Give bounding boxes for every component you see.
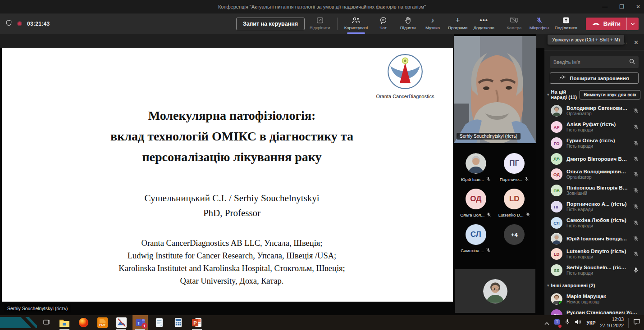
taskbar-app-pdf-reader[interactable]: PDF: [95, 315, 110, 330]
mic-muted-icon[interactable]: [632, 140, 639, 146]
presentation-slide: Oranta CancerDiagnostics Молекулярна пат…: [2, 48, 453, 302]
video-tile[interactable]: ПГПортниче...: [495, 153, 534, 182]
attendee-row[interactable]: LDLutsenko Dmytro (гість)Гість наради: [544, 246, 644, 262]
unpin-button[interactable]: Відкріпити: [309, 15, 331, 32]
video-tile[interactable]: ОДОльга Вол...: [457, 189, 495, 218]
mic-muted-icon[interactable]: [632, 187, 639, 194]
attendee-row[interactable]: АРАлієв Руфат (гість)Гість наради: [544, 119, 644, 135]
mic-muted-icon[interactable]: [632, 203, 639, 210]
tab-chat[interactable]: Чат: [373, 15, 393, 32]
tray-teams-icon[interactable]: T: [554, 319, 560, 327]
tray-expand-icon[interactable]: [544, 319, 549, 327]
tile-avatar: ОД: [466, 189, 486, 209]
tab-more[interactable]: ••• Додатково: [472, 15, 495, 32]
collapse-caret-icon[interactable]: ▾: [547, 283, 549, 288]
taskbar-app-powerpoint[interactable]: P: [189, 315, 205, 330]
start-area-graphic[interactable]: [0, 315, 37, 330]
participant-name: Портниченко А... (гість): [566, 201, 628, 207]
invited-row[interactable]: Марія МарущакНемає відповіді: [544, 291, 644, 307]
leave-options-button[interactable]: [627, 18, 639, 30]
video-tile[interactable]: LDLutsenko D...: [495, 189, 534, 218]
plus-icon: +: [455, 16, 460, 24]
taskbar-app-photo-viewer[interactable]: [114, 315, 129, 330]
mute-all-button[interactable]: Вимкнути звук для всіх: [580, 90, 640, 99]
request-control-button[interactable]: Запит на керування: [236, 18, 305, 30]
window-title: Конференція "Актуальні питання патології…: [218, 4, 426, 9]
mic-muted-icon[interactable]: [632, 108, 639, 114]
mic-muted-icon[interactable]: [632, 235, 639, 242]
minimize-button[interactable]: —: [602, 4, 607, 10]
attendee-row[interactable]: ДВДмитро Вікторович Вакуленко: [544, 151, 644, 166]
mic-muted-icon[interactable]: [632, 124, 639, 130]
recording-indicator-icon: [17, 21, 22, 26]
participant-search: [544, 50, 644, 68]
people-icon: [352, 16, 361, 24]
panel-close-icon[interactable]: ✕: [634, 39, 639, 46]
oranta-logo: Oranta CancerDiagnostics: [375, 52, 435, 99]
video-tile[interactable]: +4: [495, 224, 534, 253]
taskbar-app-teams[interactable]: T1: [132, 315, 148, 330]
mic-muted-icon[interactable]: [632, 171, 639, 177]
action-center-icon[interactable]: [633, 318, 640, 327]
share-screen-button[interactable]: Поділитися: [554, 15, 578, 32]
presenter-caption: Serhiy Souchelnytskyi (гість): [4, 304, 71, 312]
toolbar-divider: [337, 18, 338, 30]
taskbar-app-file-explorer[interactable]: [57, 315, 72, 330]
avatar: ПВ: [551, 185, 562, 196]
avatar: ГО: [551, 137, 562, 149]
share-invite-button[interactable]: Поширити запрошення: [550, 72, 639, 84]
tile-avatar: [466, 153, 486, 174]
speaker-video[interactable]: Serhiy Souchelnytskyi (гість): [454, 36, 536, 143]
search-input[interactable]: [553, 59, 629, 65]
tray-volume-icon[interactable]: [575, 319, 582, 327]
attendee-row[interactable]: ПГПортниченко А... (гість)Гість наради: [544, 199, 644, 215]
task-view-icon[interactable]: [43, 318, 51, 327]
mic-muted-icon: [536, 16, 543, 24]
invited-row[interactable]: РУРуслан Станіславович УсинськийНемає ві…: [544, 307, 644, 315]
video-tile[interactable]: Юрій Іван...: [457, 153, 495, 182]
avatar: ОД: [551, 168, 562, 180]
leave-button[interactable]: Вийти: [586, 18, 639, 30]
tray-clock[interactable]: 12:03 27.10.2022: [600, 316, 624, 328]
attendee-row[interactable]: Юрій Іванович Бондаренко: [544, 231, 644, 246]
camera-button[interactable]: Камера: [504, 15, 525, 32]
attendee-row[interactable]: SSSerhiy Soucheln... (гість)Гість наради: [544, 262, 644, 278]
mic-muted-icon: [486, 212, 491, 218]
participant-texts: Гурик Ольга (гість)Гість наради: [566, 138, 628, 149]
attendee-row[interactable]: ГОГурик Ольга (гість)Гість наради: [544, 135, 644, 151]
mic-muted-icon[interactable]: [632, 156, 639, 162]
mic-muted-icon[interactable]: [632, 220, 639, 226]
video-tile[interactable]: СЛСамохіна ...: [457, 224, 495, 253]
attendee-row[interactable]: Володимир Євгенович ПелихОрганізатор: [544, 103, 644, 119]
tray-language[interactable]: УКР: [586, 320, 595, 325]
participant-role: Гість наради: [566, 271, 628, 276]
taskbar-app-notepad[interactable]: [151, 315, 167, 330]
attendee-row[interactable]: СЛСамохіна Любов (гість)Гість наради: [544, 215, 644, 231]
tab-raise-hand[interactable]: Підняти: [397, 15, 418, 32]
tab-music[interactable]: ♪ Музика: [422, 15, 443, 32]
participant-role: Гість наради: [566, 207, 628, 212]
mic-muted-icon[interactable]: [632, 251, 639, 257]
maximize-button[interactable]: ❐: [619, 4, 624, 10]
logo-caption: Oranta CancerDiagnostics: [375, 94, 435, 99]
attendee-row[interactable]: ПВПіліпонова Вікторія Володими...Зовнішн…: [544, 182, 644, 199]
attendee-row[interactable]: ОДОльга Володимирівна ДенефільОрганізато…: [544, 166, 644, 182]
tab-participants[interactable]: Користувачі: [343, 15, 369, 32]
self-video-tile[interactable]: [455, 269, 535, 313]
tray-time: 12:03: [600, 316, 624, 322]
leave-main[interactable]: Вийти: [586, 18, 626, 30]
taskbar-app-calculator[interactable]: [170, 315, 186, 330]
taskbar-app-firefox[interactable]: [76, 315, 91, 330]
system-tray: T УКР 12:03 27.10.2022: [544, 316, 644, 328]
collapse-caret-icon[interactable]: ▾: [547, 92, 549, 97]
participant-name: Юрій Іванович Бондаренко: [566, 236, 628, 241]
mic-on-icon[interactable]: [632, 267, 639, 273]
tray-mic-icon[interactable]: [565, 318, 570, 327]
microphone-button[interactable]: Мікрофон: [529, 15, 550, 32]
participant-tiles: Юрій Іван...ПГПортниче...ОДОльга Вол...L…: [454, 149, 536, 258]
close-button[interactable]: ✕: [636, 4, 640, 10]
camera-off-icon: [510, 16, 518, 24]
participant-role: Немає відповіді: [566, 299, 639, 304]
participants-panel: Учасники ··· ✕ Поширити запрошення ▾ На …: [544, 34, 644, 315]
tab-apps[interactable]: + Програми: [447, 15, 468, 32]
